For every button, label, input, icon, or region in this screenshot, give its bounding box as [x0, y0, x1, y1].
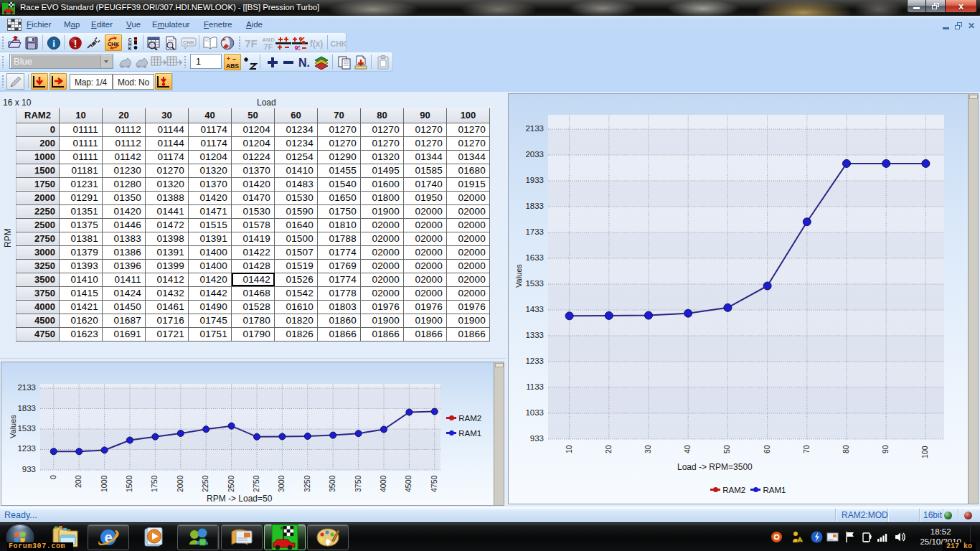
svg-text:–: –	[232, 55, 236, 62]
svg-text:i: i	[52, 38, 55, 49]
svg-text:CHK: CHK	[331, 39, 347, 47]
svg-text:!: !	[74, 37, 77, 49]
svg-text:7F: 7F	[245, 37, 258, 49]
svg-text:ABS: ABS	[226, 62, 239, 70]
svg-text:K: K	[128, 46, 132, 50]
svg-text:CHK: CHK	[183, 39, 195, 45]
svg-text:+: +	[227, 55, 230, 62]
svg-text:7F: 7F	[264, 42, 273, 50]
svg-text:!: !	[799, 538, 801, 542]
svg-text:f(x): f(x)	[310, 39, 324, 49]
svg-text:N.: N.	[298, 57, 310, 69]
